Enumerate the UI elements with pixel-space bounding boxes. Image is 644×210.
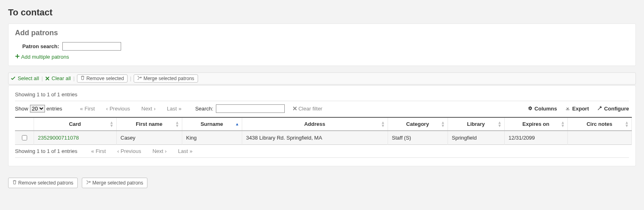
clear-all-label: Clear all — [51, 75, 71, 81]
card-link[interactable]: 23529000711078 — [38, 135, 79, 141]
page-size-select[interactable]: 20 — [30, 105, 45, 112]
divider — [15, 157, 629, 158]
remove-selected-label: Remove selected — [86, 76, 124, 81]
show-label: Show — [15, 106, 28, 112]
cell-surname: King — [182, 131, 242, 145]
patron-search-row: Patron search: — [22, 42, 629, 51]
trash-icon — [13, 180, 17, 186]
next-page-link-bottom[interactable]: Next › — [152, 148, 166, 154]
table-row: 23529000711078 Casey King 3438 Library R… — [15, 131, 631, 145]
add-multiple-patrons-link[interactable]: Add multiple patrons — [15, 54, 69, 60]
table-header-row: Card▲▼ First name▲▼ Surname▲ Address▲▼ C… — [15, 117, 631, 131]
patron-search-label: Patron search: — [22, 43, 59, 49]
next-page-link[interactable]: Next › — [141, 106, 156, 112]
remove-selected-patrons-button[interactable]: Remove selected patrons — [8, 178, 78, 188]
first-label: First — [85, 106, 95, 112]
double-chevron-right-icon: » — [179, 106, 181, 112]
separator: | — [73, 76, 75, 81]
cell-card: 23529000711078 — [34, 131, 116, 145]
col-address[interactable]: Address▲▼ — [242, 117, 388, 131]
cell-expires-on: 12/31/2099 — [504, 131, 567, 145]
col-first-name[interactable]: First name▲▼ — [116, 117, 182, 131]
add-multiple-patrons-label: Add multiple patrons — [21, 54, 69, 60]
last-label-b: Last — [178, 148, 188, 154]
first-page-link-bottom[interactable]: « First — [91, 148, 106, 154]
last-label: Last — [167, 106, 177, 112]
cell-library: Springfield — [448, 131, 504, 145]
configure-label: Configure — [604, 106, 629, 112]
col-category-label: Category — [406, 121, 429, 127]
merge-selected-button[interactable]: Merge selected patrons — [134, 74, 198, 83]
separator: | — [130, 76, 131, 81]
page-title: To contact — [8, 7, 636, 18]
export-button[interactable]: Export — [565, 106, 589, 112]
col-library[interactable]: Library▲▼ — [448, 117, 504, 131]
col-circ-notes-label: Circ notes — [586, 121, 612, 127]
row-select-cell — [15, 131, 34, 145]
merge-icon — [86, 180, 91, 186]
divider — [15, 101, 629, 101]
page-size-control: Show 20 entries — [15, 105, 62, 112]
col-expires-on-label: Expires on — [522, 121, 549, 127]
configure-button[interactable]: Configure — [597, 106, 629, 112]
table-search-label: Search: — [195, 106, 213, 112]
entries-info-top: Showing 1 to 1 of 1 entries — [15, 91, 629, 98]
col-address-label: Address — [304, 121, 325, 127]
col-library-label: Library — [467, 121, 485, 127]
merge-selected-label: Merge selected patrons — [143, 76, 194, 81]
columns-label: Columns — [535, 106, 557, 112]
double-chevron-right-icon: » — [190, 148, 192, 154]
clear-filter-label: Clear filter — [299, 106, 322, 112]
x-icon — [293, 106, 297, 112]
col-first-name-label: First name — [136, 121, 162, 127]
columns-button[interactable]: Columns — [527, 106, 557, 112]
previous-page-link[interactable]: ‹ Previous — [106, 106, 130, 112]
clear-all-link[interactable]: Clear all — [45, 75, 71, 82]
merge-selected-patrons-button[interactable]: Merge selected patrons — [82, 178, 147, 188]
table-controls-row: Show 20 entries « First ‹ Previous Next … — [15, 104, 629, 113]
patrons-table: Card▲▼ First name▲▼ Surname▲ Address▲▼ C… — [15, 117, 632, 145]
separator: | — [41, 76, 43, 81]
remove-selected-button[interactable]: Remove selected — [77, 74, 128, 83]
double-chevron-left-icon: « — [91, 148, 94, 154]
last-page-link-bottom[interactable]: Last » — [178, 148, 192, 154]
row-checkbox[interactable] — [22, 135, 27, 140]
table-search-input[interactable] — [216, 104, 285, 113]
col-surname[interactable]: Surname▲ — [182, 117, 242, 131]
select-all-link[interactable]: Select all — [11, 75, 39, 82]
add-patrons-heading: Add patrons — [15, 29, 629, 37]
col-surname-label: Surname — [200, 121, 223, 127]
merge-selected-patrons-label: Merge selected patrons — [92, 180, 143, 186]
chevron-right-icon: › — [154, 106, 156, 112]
col-select — [15, 117, 34, 131]
col-category[interactable]: Category▲▼ — [388, 117, 448, 131]
merge-icon — [137, 76, 142, 81]
export-label: Export — [572, 106, 589, 112]
first-page-link[interactable]: « First — [80, 106, 95, 112]
patron-search-input[interactable] — [62, 42, 121, 51]
entries-label: entries — [47, 106, 62, 112]
previous-page-link-bottom[interactable]: ‹ Previous — [117, 148, 141, 154]
col-expires-on[interactable]: Expires on▲▼ — [504, 117, 567, 131]
footer-buttons: Remove selected patrons Merge selected p… — [8, 178, 636, 188]
check-icon — [11, 76, 15, 82]
col-circ-notes[interactable]: Circ notes▲▼ — [567, 117, 631, 131]
previous-label: Previous — [109, 106, 130, 112]
table-bottom-controls: Showing 1 to 1 of 1 entries « First ‹ Pr… — [15, 148, 629, 154]
table-tools: Columns Export Configure — [521, 106, 629, 112]
chevron-right-icon: › — [165, 148, 166, 154]
table-panel: Showing 1 to 1 of 1 entries Show 20 entr… — [8, 85, 636, 166]
col-card[interactable]: Card▲▼ — [34, 117, 116, 131]
entries-info-bottom: Showing 1 to 1 of 1 entries — [15, 148, 77, 154]
last-page-link[interactable]: Last » — [167, 106, 181, 112]
first-label-b: First — [96, 148, 106, 154]
x-icon — [45, 76, 49, 82]
selection-toolbar: Select all | Clear all | Remove selected… — [8, 72, 636, 85]
clear-filter-link[interactable]: Clear filter — [293, 106, 322, 112]
add-patrons-panel: Add patrons Patron search: Add multiple … — [8, 23, 636, 66]
cell-address: 3438 Library Rd. Springfield, MA — [242, 131, 388, 145]
select-all-label: Select all — [18, 75, 39, 81]
previous-label-b: Previous — [121, 148, 141, 154]
cell-first-name: Casey — [116, 131, 182, 145]
next-label: Next — [141, 106, 152, 112]
